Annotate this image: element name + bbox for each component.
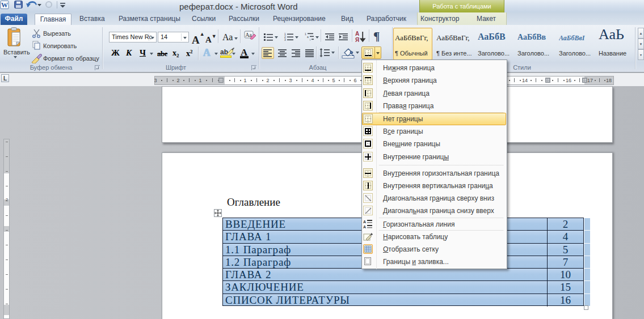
svg-text:А: А	[355, 31, 359, 37]
svg-text:i: i	[310, 38, 310, 41]
svg-text:1: 1	[305, 32, 306, 36]
svg-text:Я: Я	[355, 37, 359, 43]
svg-text:W: W	[1, 1, 8, 9]
svg-text:a: a	[307, 35, 309, 39]
svg-text:A: A	[363, 220, 366, 224]
svg-text:A: A	[363, 225, 366, 229]
svg-text:3: 3	[284, 38, 286, 41]
